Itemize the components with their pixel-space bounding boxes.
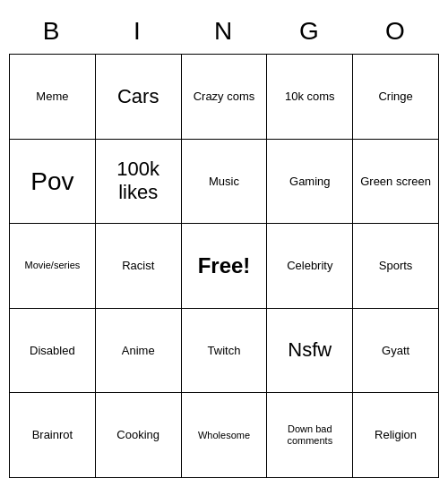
header-letter: G bbox=[267, 9, 353, 54]
bingo-grid: MemeCarsCrazy coms10k comsCringePov100k … bbox=[9, 54, 439, 478]
bingo-cell: Pov bbox=[10, 140, 96, 225]
header-letter: B bbox=[9, 9, 95, 54]
bingo-cell: Sports bbox=[353, 224, 439, 309]
bingo-cell: Brainrot bbox=[10, 393, 96, 478]
bingo-row: Movie/seriesRacistFree!CelebritySports bbox=[10, 224, 439, 309]
bingo-cell: Free! bbox=[182, 224, 268, 309]
header-letter: I bbox=[95, 9, 181, 54]
bingo-cell: Anime bbox=[96, 309, 182, 394]
bingo-cell: Nsfw bbox=[267, 309, 353, 394]
bingo-cell: 10k coms bbox=[267, 55, 353, 140]
bingo-cell: Disabled bbox=[10, 309, 96, 394]
bingo-row: BrainrotCookingWholesomeDown bad comment… bbox=[10, 393, 439, 478]
bingo-cell: Cooking bbox=[96, 393, 182, 478]
bingo-header: BINGO bbox=[9, 9, 439, 54]
bingo-cell: Crazy coms bbox=[182, 55, 268, 140]
bingo-row: DisabledAnimeTwitchNsfwGyatt bbox=[10, 309, 439, 394]
header-letter: O bbox=[353, 9, 439, 54]
bingo-cell: Celebrity bbox=[267, 224, 353, 309]
bingo-cell: Racist bbox=[96, 224, 182, 309]
bingo-cell: Religion bbox=[353, 393, 439, 478]
bingo-row: Pov100k likesMusicGamingGreen screen bbox=[10, 140, 439, 225]
bingo-card: BINGO MemeCarsCrazy coms10k comsCringePo… bbox=[9, 9, 439, 478]
bingo-cell: Cringe bbox=[353, 55, 439, 140]
bingo-cell: Down bad comments bbox=[267, 393, 353, 478]
bingo-cell: Gyatt bbox=[353, 309, 439, 394]
bingo-cell: Green screen bbox=[353, 140, 439, 225]
bingo-row: MemeCarsCrazy coms10k comsCringe bbox=[10, 55, 439, 140]
header-letter: N bbox=[181, 9, 267, 54]
bingo-cell: Meme bbox=[10, 55, 96, 140]
bingo-cell: Wholesome bbox=[182, 393, 268, 478]
bingo-cell: Movie/series bbox=[10, 224, 96, 309]
bingo-cell: Gaming bbox=[267, 140, 353, 225]
bingo-cell: Cars bbox=[96, 55, 182, 140]
bingo-cell: 100k likes bbox=[96, 140, 182, 225]
bingo-cell: Twitch bbox=[182, 309, 268, 394]
bingo-cell: Music bbox=[182, 140, 268, 225]
